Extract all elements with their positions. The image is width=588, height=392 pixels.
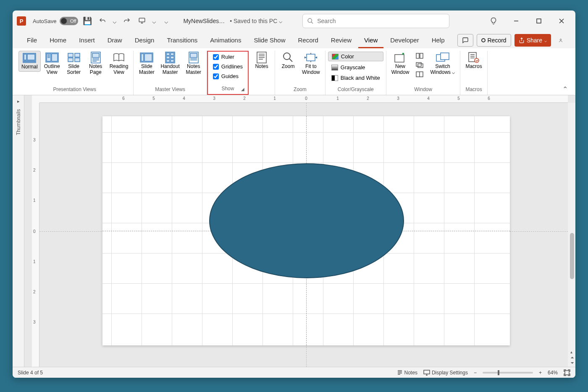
svg-point-30 (284, 53, 290, 60)
group-master-views: Slide Master Handout Master Notes Master… (134, 51, 207, 95)
tab-insert[interactable]: Insert (73, 33, 101, 48)
display-icon (423, 370, 430, 376)
horizontal-ruler[interactable]: 6 5 4 3 2 1 0 1 2 3 4 5 6 (39, 95, 568, 103)
svg-rect-35 (416, 63, 421, 66)
search-input[interactable] (317, 18, 445, 24)
svg-rect-31 (307, 54, 315, 61)
slide-master-button[interactable]: Slide Master (136, 51, 157, 77)
outline-view-button[interactable]: Outline View (42, 51, 63, 77)
next-slide-double-icon[interactable]: ⏷ (570, 361, 575, 365)
tab-view[interactable]: View (358, 33, 383, 48)
prev-slide-double-icon[interactable]: ⏶ (570, 355, 575, 360)
expand-thumbnails-icon[interactable]: ▸ (17, 99, 20, 104)
slide-sorter-button[interactable]: Slide Sorter (63, 51, 84, 77)
tab-slide-show[interactable]: Slide Show (248, 33, 291, 48)
record-button[interactable]: Record (477, 34, 511, 47)
present-from-start-button[interactable] (136, 15, 148, 27)
notes-button[interactable]: Notes (251, 51, 272, 71)
zoom-slider[interactable] (483, 372, 533, 374)
scrollbar-thumb[interactable] (570, 233, 574, 279)
color-swatch-icon (332, 54, 339, 60)
tab-home[interactable]: Home (44, 33, 72, 48)
svg-rect-34 (420, 53, 423, 58)
tab-design[interactable]: Design (129, 33, 160, 48)
move-split-button[interactable] (412, 70, 427, 78)
slide-canvas[interactable] (39, 103, 568, 367)
minimize-button[interactable] (507, 14, 526, 28)
new-window-button[interactable]: New Window (389, 51, 412, 77)
insights-button[interactable] (484, 14, 503, 28)
notes-toggle[interactable]: Notes (397, 370, 417, 376)
zoom-out-button[interactable]: − (474, 370, 477, 376)
tab-draw[interactable]: Draw (102, 33, 128, 48)
grayscale-swatch-icon (331, 65, 338, 71)
svg-rect-21 (166, 53, 170, 55)
prev-slide-icon[interactable]: ▴ (570, 350, 575, 354)
thumbnails-panel-collapsed[interactable]: ▸ Thumbnails (13, 95, 24, 367)
black-white-button[interactable]: Black and White (328, 73, 383, 82)
handout-master-button[interactable]: Handout Master (158, 51, 182, 77)
zoom-button[interactable]: Zoom (278, 51, 299, 71)
ellipse-shape[interactable] (209, 163, 404, 278)
notes-page-button[interactable]: Notes Page (85, 51, 106, 77)
tab-record[interactable]: Record (292, 33, 324, 48)
share-button[interactable]: Share ⌵ (514, 34, 551, 47)
macros-button[interactable]: Macros (463, 51, 484, 71)
svg-point-41 (475, 58, 479, 63)
reading-view-button[interactable]: Reading View (107, 51, 131, 77)
svg-rect-26 (171, 60, 174, 62)
collapse-ribbon-button[interactable]: ⌃ (558, 84, 572, 95)
vertical-ruler[interactable]: 3 2 1 0 1 2 3 (32, 103, 39, 367)
tab-review[interactable]: Review (325, 33, 357, 48)
ruler-checkbox[interactable]: Ruler (210, 52, 245, 61)
svg-rect-13 (68, 58, 73, 62)
qat-customize[interactable]: ⌵ (160, 15, 172, 27)
save-button[interactable]: 💾 (81, 15, 93, 27)
tab-file[interactable]: File (21, 33, 43, 48)
saved-status[interactable]: • Saved to this PC ⌵ (230, 18, 282, 24)
slide[interactable] (102, 116, 510, 345)
arrange-all-button[interactable] (412, 52, 427, 60)
fit-to-window-button[interactable]: Fit to Window (299, 51, 323, 77)
guides-checkbox[interactable]: Guides (210, 72, 245, 81)
comments-button[interactable] (457, 34, 473, 47)
autosave-toggle[interactable]: Off (60, 17, 78, 25)
grayscale-button[interactable]: Grayscale (328, 63, 383, 72)
present-dropdown[interactable]: ⌵ (151, 15, 157, 27)
group-show: Ruler Gridlines Guides Show◢ (207, 51, 249, 95)
tab-animations[interactable]: Animations (204, 33, 247, 48)
notes-master-button[interactable]: Notes Master (183, 51, 204, 77)
svg-rect-11 (68, 53, 73, 57)
tab-help[interactable]: Help (426, 33, 451, 48)
vertical-scrollbar[interactable]: ▴ ⏶ ⏷ (568, 103, 575, 367)
autosave-label: AutoSave (33, 18, 56, 24)
undo-button[interactable] (97, 15, 108, 27)
maximize-button[interactable] (529, 14, 549, 28)
normal-view-button[interactable]: Normal (18, 51, 41, 72)
user-button[interactable] (554, 34, 567, 47)
switch-windows-button[interactable]: Switch Windows ⌵ (428, 51, 457, 77)
color-button[interactable]: Color (328, 52, 383, 61)
slide-counter[interactable]: Slide 4 of 5 (18, 370, 43, 376)
close-button[interactable] (552, 14, 571, 28)
document-name[interactable]: MyNewSlides… (183, 18, 225, 24)
zoom-level[interactable]: 64% (548, 370, 558, 376)
search-box[interactable] (302, 14, 449, 28)
gridlines-checkbox[interactable]: Gridlines (210, 62, 245, 71)
redo-button[interactable] (121, 15, 133, 27)
tab-transitions[interactable]: Transitions (161, 33, 203, 48)
cascade-button[interactable] (412, 61, 427, 69)
split-icon (416, 71, 423, 77)
fit-slide-button[interactable] (564, 369, 570, 376)
svg-rect-18 (141, 54, 144, 61)
group-presentation-views: Normal Outline View Slide Sorter Notes P… (16, 51, 134, 95)
show-dialog-launcher[interactable]: ◢ (241, 87, 244, 91)
zoom-in-button[interactable]: + (539, 370, 542, 376)
tab-developer[interactable]: Developer (384, 33, 425, 48)
svg-rect-28 (190, 53, 197, 57)
undo-dropdown[interactable]: ⌵ (112, 15, 118, 27)
display-settings-button[interactable]: Display Settings (423, 370, 468, 376)
svg-rect-24 (171, 56, 174, 59)
svg-rect-42 (424, 370, 430, 374)
svg-rect-2 (537, 19, 541, 23)
